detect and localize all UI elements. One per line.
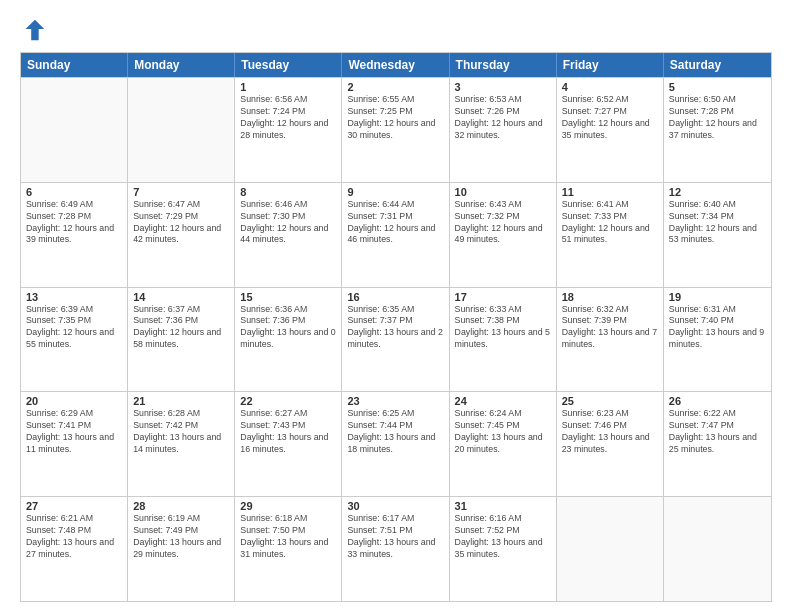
day-info: Sunrise: 6:22 AM Sunset: 7:47 PM Dayligh… (669, 408, 766, 456)
calendar: SundayMondayTuesdayWednesdayThursdayFrid… (20, 52, 772, 602)
calendar-cell: 8Sunrise: 6:46 AM Sunset: 7:30 PM Daylig… (235, 183, 342, 287)
calendar-cell: 27Sunrise: 6:21 AM Sunset: 7:48 PM Dayli… (21, 497, 128, 601)
calendar-cell: 30Sunrise: 6:17 AM Sunset: 7:51 PM Dayli… (342, 497, 449, 601)
day-number: 3 (455, 81, 551, 93)
day-info: Sunrise: 6:24 AM Sunset: 7:45 PM Dayligh… (455, 408, 551, 456)
day-number: 26 (669, 395, 766, 407)
day-number: 16 (347, 291, 443, 303)
day-info: Sunrise: 6:21 AM Sunset: 7:48 PM Dayligh… (26, 513, 122, 561)
calendar-cell: 24Sunrise: 6:24 AM Sunset: 7:45 PM Dayli… (450, 392, 557, 496)
calendar-header-cell: Saturday (664, 53, 771, 77)
calendar-cell: 4Sunrise: 6:52 AM Sunset: 7:27 PM Daylig… (557, 78, 664, 182)
calendar-header-cell: Friday (557, 53, 664, 77)
day-number: 30 (347, 500, 443, 512)
calendar-cell: 10Sunrise: 6:43 AM Sunset: 7:32 PM Dayli… (450, 183, 557, 287)
day-number: 25 (562, 395, 658, 407)
calendar-cell: 3Sunrise: 6:53 AM Sunset: 7:26 PM Daylig… (450, 78, 557, 182)
day-number: 21 (133, 395, 229, 407)
calendar-cell: 21Sunrise: 6:28 AM Sunset: 7:42 PM Dayli… (128, 392, 235, 496)
day-number: 11 (562, 186, 658, 198)
day-info: Sunrise: 6:23 AM Sunset: 7:46 PM Dayligh… (562, 408, 658, 456)
header (20, 16, 772, 44)
day-info: Sunrise: 6:52 AM Sunset: 7:27 PM Dayligh… (562, 94, 658, 142)
day-info: Sunrise: 6:19 AM Sunset: 7:49 PM Dayligh… (133, 513, 229, 561)
day-number: 1 (240, 81, 336, 93)
day-number: 28 (133, 500, 229, 512)
day-number: 20 (26, 395, 122, 407)
day-info: Sunrise: 6:56 AM Sunset: 7:24 PM Dayligh… (240, 94, 336, 142)
day-number: 9 (347, 186, 443, 198)
day-number: 15 (240, 291, 336, 303)
day-info: Sunrise: 6:49 AM Sunset: 7:28 PM Dayligh… (26, 199, 122, 247)
day-info: Sunrise: 6:16 AM Sunset: 7:52 PM Dayligh… (455, 513, 551, 561)
calendar-row: 1Sunrise: 6:56 AM Sunset: 7:24 PM Daylig… (21, 77, 771, 182)
calendar-cell: 6Sunrise: 6:49 AM Sunset: 7:28 PM Daylig… (21, 183, 128, 287)
page: SundayMondayTuesdayWednesdayThursdayFrid… (0, 0, 792, 612)
calendar-body: 1Sunrise: 6:56 AM Sunset: 7:24 PM Daylig… (21, 77, 771, 601)
day-number: 12 (669, 186, 766, 198)
calendar-header-cell: Monday (128, 53, 235, 77)
calendar-cell: 15Sunrise: 6:36 AM Sunset: 7:36 PM Dayli… (235, 288, 342, 392)
day-info: Sunrise: 6:46 AM Sunset: 7:30 PM Dayligh… (240, 199, 336, 247)
calendar-cell: 26Sunrise: 6:22 AM Sunset: 7:47 PM Dayli… (664, 392, 771, 496)
day-info: Sunrise: 6:40 AM Sunset: 7:34 PM Dayligh… (669, 199, 766, 247)
day-number: 31 (455, 500, 551, 512)
day-info: Sunrise: 6:28 AM Sunset: 7:42 PM Dayligh… (133, 408, 229, 456)
day-number: 23 (347, 395, 443, 407)
logo-icon (20, 16, 48, 44)
day-info: Sunrise: 6:18 AM Sunset: 7:50 PM Dayligh… (240, 513, 336, 561)
calendar-cell: 14Sunrise: 6:37 AM Sunset: 7:36 PM Dayli… (128, 288, 235, 392)
calendar-cell (557, 497, 664, 601)
day-number: 6 (26, 186, 122, 198)
calendar-cell: 17Sunrise: 6:33 AM Sunset: 7:38 PM Dayli… (450, 288, 557, 392)
day-number: 7 (133, 186, 229, 198)
calendar-cell: 12Sunrise: 6:40 AM Sunset: 7:34 PM Dayli… (664, 183, 771, 287)
calendar-cell: 18Sunrise: 6:32 AM Sunset: 7:39 PM Dayli… (557, 288, 664, 392)
day-info: Sunrise: 6:35 AM Sunset: 7:37 PM Dayligh… (347, 304, 443, 352)
day-info: Sunrise: 6:31 AM Sunset: 7:40 PM Dayligh… (669, 304, 766, 352)
day-number: 17 (455, 291, 551, 303)
day-number: 18 (562, 291, 658, 303)
calendar-header-cell: Tuesday (235, 53, 342, 77)
day-number: 27 (26, 500, 122, 512)
day-info: Sunrise: 6:25 AM Sunset: 7:44 PM Dayligh… (347, 408, 443, 456)
calendar-cell: 29Sunrise: 6:18 AM Sunset: 7:50 PM Dayli… (235, 497, 342, 601)
day-info: Sunrise: 6:50 AM Sunset: 7:28 PM Dayligh… (669, 94, 766, 142)
calendar-cell: 23Sunrise: 6:25 AM Sunset: 7:44 PM Dayli… (342, 392, 449, 496)
calendar-cell: 20Sunrise: 6:29 AM Sunset: 7:41 PM Dayli… (21, 392, 128, 496)
day-info: Sunrise: 6:27 AM Sunset: 7:43 PM Dayligh… (240, 408, 336, 456)
day-info: Sunrise: 6:44 AM Sunset: 7:31 PM Dayligh… (347, 199, 443, 247)
calendar-cell: 22Sunrise: 6:27 AM Sunset: 7:43 PM Dayli… (235, 392, 342, 496)
calendar-cell: 13Sunrise: 6:39 AM Sunset: 7:35 PM Dayli… (21, 288, 128, 392)
day-number: 8 (240, 186, 336, 198)
calendar-header: SundayMondayTuesdayWednesdayThursdayFrid… (21, 53, 771, 77)
day-number: 22 (240, 395, 336, 407)
logo (20, 16, 52, 44)
calendar-cell (21, 78, 128, 182)
day-number: 14 (133, 291, 229, 303)
day-info: Sunrise: 6:32 AM Sunset: 7:39 PM Dayligh… (562, 304, 658, 352)
day-info: Sunrise: 6:55 AM Sunset: 7:25 PM Dayligh… (347, 94, 443, 142)
calendar-cell: 9Sunrise: 6:44 AM Sunset: 7:31 PM Daylig… (342, 183, 449, 287)
day-info: Sunrise: 6:36 AM Sunset: 7:36 PM Dayligh… (240, 304, 336, 352)
day-number: 29 (240, 500, 336, 512)
day-info: Sunrise: 6:47 AM Sunset: 7:29 PM Dayligh… (133, 199, 229, 247)
day-number: 13 (26, 291, 122, 303)
calendar-cell: 2Sunrise: 6:55 AM Sunset: 7:25 PM Daylig… (342, 78, 449, 182)
calendar-cell: 16Sunrise: 6:35 AM Sunset: 7:37 PM Dayli… (342, 288, 449, 392)
day-number: 19 (669, 291, 766, 303)
calendar-row: 27Sunrise: 6:21 AM Sunset: 7:48 PM Dayli… (21, 496, 771, 601)
day-number: 10 (455, 186, 551, 198)
calendar-header-cell: Wednesday (342, 53, 449, 77)
day-number: 5 (669, 81, 766, 93)
calendar-cell: 11Sunrise: 6:41 AM Sunset: 7:33 PM Dayli… (557, 183, 664, 287)
calendar-cell: 25Sunrise: 6:23 AM Sunset: 7:46 PM Dayli… (557, 392, 664, 496)
svg-marker-0 (26, 20, 45, 41)
day-number: 24 (455, 395, 551, 407)
calendar-header-cell: Thursday (450, 53, 557, 77)
calendar-row: 6Sunrise: 6:49 AM Sunset: 7:28 PM Daylig… (21, 182, 771, 287)
calendar-header-cell: Sunday (21, 53, 128, 77)
calendar-row: 20Sunrise: 6:29 AM Sunset: 7:41 PM Dayli… (21, 391, 771, 496)
calendar-cell: 5Sunrise: 6:50 AM Sunset: 7:28 PM Daylig… (664, 78, 771, 182)
day-info: Sunrise: 6:41 AM Sunset: 7:33 PM Dayligh… (562, 199, 658, 247)
